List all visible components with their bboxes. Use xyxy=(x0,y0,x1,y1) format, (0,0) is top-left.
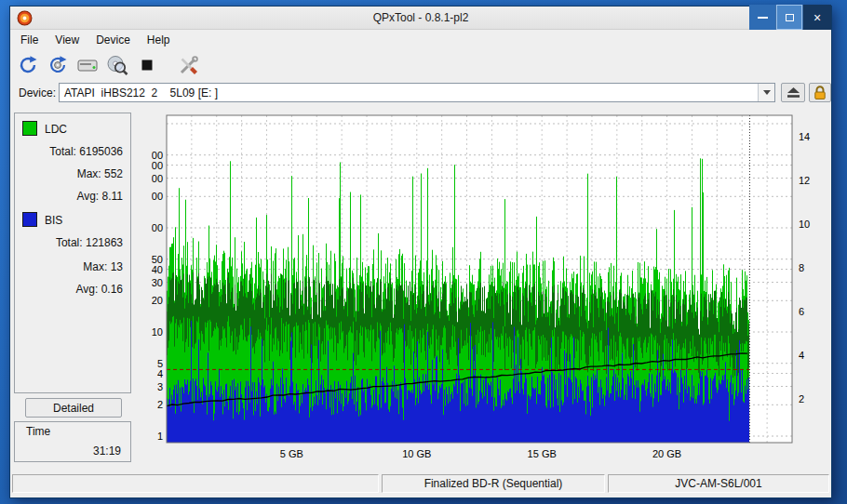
refresh-icon xyxy=(17,54,39,76)
stop-icon xyxy=(136,54,158,76)
status-bar: Finalized BD-R (Sequential) JVC-AM-S6L/0… xyxy=(12,474,829,493)
toolbar xyxy=(10,49,831,81)
window-title: QPxTool - 0.8.1-pl2 xyxy=(10,7,831,30)
svg-text:30: 30 xyxy=(152,277,163,288)
drive-icon xyxy=(76,54,99,76)
svg-text:200: 200 xyxy=(152,191,163,202)
settings-icon xyxy=(177,54,199,76)
svg-text:4: 4 xyxy=(799,350,804,361)
svg-text:500: 500 xyxy=(152,150,163,161)
ldc-avg: Avg: 8.11 xyxy=(76,190,123,203)
minimize-icon xyxy=(758,17,768,19)
bis-total: Total: 121863 xyxy=(56,236,123,249)
disc-refresh-icon xyxy=(47,54,69,76)
bis-max: Max: 13 xyxy=(83,260,123,273)
svg-text:12: 12 xyxy=(799,175,810,186)
chevron-down-icon xyxy=(763,90,771,95)
lock-icon xyxy=(812,85,828,100)
ldc-max: Max: 552 xyxy=(77,167,123,180)
test-scan-button[interactable] xyxy=(45,52,71,78)
menu-file[interactable]: File xyxy=(12,32,47,48)
svg-text:10: 10 xyxy=(152,326,163,338)
menu-device[interactable]: Device xyxy=(87,32,139,48)
start-scan-button[interactable] xyxy=(15,52,41,78)
close-icon: × xyxy=(813,10,821,25)
quality-chart: 1234510203040501002003004005002468101214… xyxy=(152,105,818,471)
ldc-total: Total: 6195036 xyxy=(49,145,123,158)
menu-help[interactable]: Help xyxy=(139,32,179,48)
svg-text:2: 2 xyxy=(799,393,804,405)
drive-button[interactable] xyxy=(74,52,101,78)
svg-text:40: 40 xyxy=(152,264,163,275)
svg-text:15 GB: 15 GB xyxy=(528,448,557,459)
desktop: { "window": { "title": "QPxTool - 0.8.1-… xyxy=(0,0,847,504)
device-select-value: ATAPI iHBS212 2 5L09 [E: ] xyxy=(60,86,758,99)
preferences-button[interactable] xyxy=(175,52,201,78)
media-search-icon xyxy=(106,54,128,76)
stats-panel: LDC Total: 6195036 Max: 552 Avg: 8.11 BI… xyxy=(14,111,152,475)
time-label: Time xyxy=(26,425,50,438)
media-info-button[interactable] xyxy=(104,52,130,78)
svg-text:50: 50 xyxy=(152,254,163,265)
status-disc-type: Finalized BD-R (Sequential) xyxy=(382,474,605,493)
qpxtool-window: QPxTool - 0.8.1-pl2 × File View Device H… xyxy=(9,6,832,498)
status-cell-empty xyxy=(12,474,379,493)
device-row: Device: ATAPI iHBS212 2 5L09 [E: ] xyxy=(10,81,831,105)
stop-button[interactable] xyxy=(134,52,160,78)
eject-button[interactable] xyxy=(781,83,805,102)
title-bar[interactable]: QPxTool - 0.8.1-pl2 × xyxy=(10,7,831,30)
maximize-icon xyxy=(786,14,794,21)
device-select[interactable]: ATAPI iHBS212 2 5L09 [E: ] xyxy=(59,83,775,102)
maximize-button[interactable] xyxy=(776,5,802,30)
ldc-label: LDC xyxy=(45,123,67,136)
bis-avg: Avg: 0.16 xyxy=(76,283,123,296)
device-label: Device: xyxy=(19,86,56,99)
svg-text:20 GB: 20 GB xyxy=(652,448,681,459)
time-value: 31:19 xyxy=(93,444,121,458)
svg-text:300: 300 xyxy=(152,173,163,184)
lock-button[interactable] xyxy=(809,83,831,102)
svg-text:400: 400 xyxy=(152,160,163,171)
window-controls: × xyxy=(749,5,831,30)
svg-text:6: 6 xyxy=(799,306,804,317)
svg-text:14: 14 xyxy=(799,131,810,142)
svg-text:2: 2 xyxy=(157,399,163,410)
svg-text:20: 20 xyxy=(152,295,163,306)
status-disc-id: JVC-AM-S6L/001 xyxy=(608,474,829,493)
svg-text:5 GB: 5 GB xyxy=(280,448,303,459)
minimize-button[interactable] xyxy=(749,5,775,30)
svg-text:4: 4 xyxy=(157,368,163,379)
device-select-arrow[interactable] xyxy=(758,84,774,101)
svg-text:10: 10 xyxy=(799,219,810,230)
detailed-button[interactable]: Detailed xyxy=(25,398,122,418)
svg-text:10 GB: 10 GB xyxy=(402,448,431,459)
time-box: Time 31:19 xyxy=(14,421,131,462)
eject-icon xyxy=(787,87,800,99)
ldc-swatch xyxy=(22,121,37,136)
svg-text:5: 5 xyxy=(157,358,163,369)
svg-text:8: 8 xyxy=(799,262,804,273)
close-button[interactable]: × xyxy=(803,5,831,30)
menu-bar: File View Device Help xyxy=(10,30,831,49)
svg-text:1: 1 xyxy=(157,431,163,442)
svg-text:100: 100 xyxy=(152,222,163,233)
bis-swatch xyxy=(22,212,37,227)
svg-text:3: 3 xyxy=(157,381,163,392)
chart-area: 1234510203040501002003004005002468101214… xyxy=(152,105,818,471)
error-stats-box: LDC Total: 6195036 Max: 552 Avg: 8.11 BI… xyxy=(14,113,131,393)
menu-view[interactable]: View xyxy=(47,32,87,48)
bis-label: BIS xyxy=(45,214,62,227)
